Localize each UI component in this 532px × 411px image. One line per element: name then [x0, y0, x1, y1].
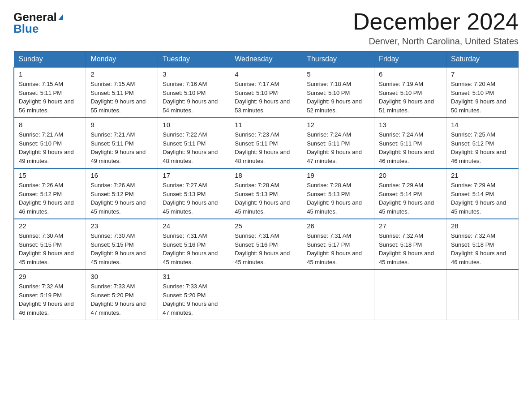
calendar-cell: 4Sunrise: 7:17 AMSunset: 5:10 PMDaylight…	[230, 67, 302, 118]
week-row-4: 22Sunrise: 7:30 AMSunset: 5:15 PMDayligh…	[14, 219, 519, 270]
calendar-cell: 8Sunrise: 7:21 AMSunset: 5:10 PMDaylight…	[14, 118, 86, 168]
calendar-cell: 21Sunrise: 7:29 AMSunset: 5:14 PMDayligh…	[446, 168, 519, 219]
day-number: 24	[163, 222, 225, 230]
weekday-header-saturday: Saturday	[446, 51, 519, 68]
day-number: 7	[451, 70, 514, 78]
weekday-header-tuesday: Tuesday	[158, 51, 230, 68]
calendar-cell: 2Sunrise: 7:15 AMSunset: 5:11 PMDaylight…	[86, 67, 158, 118]
calendar-cell: 15Sunrise: 7:26 AMSunset: 5:12 PMDayligh…	[14, 168, 86, 219]
title-area: December 2024 Denver, North Carolina, Un…	[353, 9, 519, 47]
day-info: Sunrise: 7:23 AMSunset: 5:11 PMDaylight:…	[235, 130, 297, 165]
calendar-cell	[230, 270, 302, 320]
location-subtitle: Denver, North Carolina, United States	[353, 36, 519, 47]
day-number: 1	[19, 70, 81, 78]
day-number: 5	[307, 70, 369, 78]
day-number: 16	[90, 171, 153, 179]
day-number: 20	[379, 171, 442, 179]
logo-blue-text: Blue	[13, 23, 39, 34]
day-number: 30	[90, 273, 153, 280]
day-number: 4	[235, 70, 297, 78]
calendar-cell: 12Sunrise: 7:24 AMSunset: 5:11 PMDayligh…	[302, 118, 374, 168]
month-title: December 2024	[353, 9, 519, 34]
day-number: 23	[90, 222, 153, 230]
day-number: 15	[19, 171, 81, 179]
calendar-cell: 3Sunrise: 7:16 AMSunset: 5:10 PMDaylight…	[158, 67, 230, 118]
day-info: Sunrise: 7:17 AMSunset: 5:10 PMDaylight:…	[235, 80, 297, 115]
calendar-cell: 30Sunrise: 7:33 AMSunset: 5:20 PMDayligh…	[86, 270, 158, 320]
calendar-cell	[446, 270, 519, 320]
weekday-header-sunday: Sunday	[14, 51, 86, 68]
day-info: Sunrise: 7:32 AMSunset: 5:18 PMDaylight:…	[451, 231, 514, 266]
day-number: 11	[235, 121, 297, 128]
day-number: 8	[19, 121, 81, 128]
day-info: Sunrise: 7:19 AMSunset: 5:10 PMDaylight:…	[379, 80, 442, 115]
day-info: Sunrise: 7:21 AMSunset: 5:11 PMDaylight:…	[90, 130, 153, 165]
day-number: 13	[379, 121, 442, 128]
day-number: 17	[163, 171, 225, 179]
calendar-cell: 1Sunrise: 7:15 AMSunset: 5:11 PMDaylight…	[14, 67, 86, 118]
calendar-cell	[374, 270, 446, 320]
day-info: Sunrise: 7:30 AMSunset: 5:15 PMDaylight:…	[19, 231, 81, 266]
day-info: Sunrise: 7:31 AMSunset: 5:16 PMDaylight:…	[163, 231, 225, 266]
day-number: 25	[235, 222, 297, 230]
calendar-cell: 22Sunrise: 7:30 AMSunset: 5:15 PMDayligh…	[14, 219, 86, 270]
logo: General Blue	[13, 9, 63, 34]
day-info: Sunrise: 7:21 AMSunset: 5:10 PMDaylight:…	[19, 130, 81, 165]
day-info: Sunrise: 7:31 AMSunset: 5:16 PMDaylight:…	[235, 231, 297, 266]
day-info: Sunrise: 7:28 AMSunset: 5:13 PMDaylight:…	[307, 181, 369, 216]
calendar-cell: 11Sunrise: 7:23 AMSunset: 5:11 PMDayligh…	[230, 118, 302, 168]
day-number: 31	[163, 273, 225, 280]
logo-general-text: General	[13, 11, 63, 23]
calendar-cell: 6Sunrise: 7:19 AMSunset: 5:10 PMDaylight…	[374, 67, 446, 118]
day-info: Sunrise: 7:26 AMSunset: 5:12 PMDaylight:…	[19, 181, 81, 216]
week-row-3: 15Sunrise: 7:26 AMSunset: 5:12 PMDayligh…	[14, 168, 519, 219]
calendar-cell: 26Sunrise: 7:31 AMSunset: 5:17 PMDayligh…	[302, 219, 374, 270]
weekday-header-wednesday: Wednesday	[230, 51, 302, 68]
week-row-5: 29Sunrise: 7:32 AMSunset: 5:19 PMDayligh…	[14, 270, 519, 320]
day-number: 9	[90, 121, 153, 128]
calendar-table: SundayMondayTuesdayWednesdayThursdayFrid…	[13, 51, 519, 320]
day-number: 6	[379, 70, 442, 78]
weekday-header-thursday: Thursday	[302, 51, 374, 68]
day-info: Sunrise: 7:32 AMSunset: 5:19 PMDaylight:…	[19, 282, 81, 317]
day-info: Sunrise: 7:27 AMSunset: 5:13 PMDaylight:…	[163, 181, 225, 216]
day-info: Sunrise: 7:32 AMSunset: 5:18 PMDaylight:…	[379, 231, 442, 266]
calendar-cell: 14Sunrise: 7:25 AMSunset: 5:12 PMDayligh…	[446, 118, 519, 168]
calendar-cell: 13Sunrise: 7:24 AMSunset: 5:11 PMDayligh…	[374, 118, 446, 168]
calendar-cell: 7Sunrise: 7:20 AMSunset: 5:10 PMDaylight…	[446, 67, 519, 118]
calendar-cell: 20Sunrise: 7:29 AMSunset: 5:14 PMDayligh…	[374, 168, 446, 219]
calendar-cell: 23Sunrise: 7:30 AMSunset: 5:15 PMDayligh…	[86, 219, 158, 270]
calendar-cell: 31Sunrise: 7:33 AMSunset: 5:20 PMDayligh…	[158, 270, 230, 320]
day-info: Sunrise: 7:22 AMSunset: 5:11 PMDaylight:…	[163, 130, 225, 165]
day-info: Sunrise: 7:28 AMSunset: 5:13 PMDaylight:…	[235, 181, 297, 216]
day-number: 26	[307, 222, 369, 230]
day-number: 21	[451, 171, 514, 179]
day-info: Sunrise: 7:16 AMSunset: 5:10 PMDaylight:…	[163, 80, 225, 115]
day-number: 22	[19, 222, 81, 230]
day-info: Sunrise: 7:33 AMSunset: 5:20 PMDaylight:…	[163, 282, 225, 317]
day-info: Sunrise: 7:24 AMSunset: 5:11 PMDaylight:…	[307, 130, 369, 165]
day-info: Sunrise: 7:25 AMSunset: 5:12 PMDaylight:…	[451, 130, 514, 165]
day-number: 14	[451, 121, 514, 128]
day-info: Sunrise: 7:24 AMSunset: 5:11 PMDaylight:…	[379, 130, 442, 165]
calendar-cell: 28Sunrise: 7:32 AMSunset: 5:18 PMDayligh…	[446, 219, 519, 270]
day-info: Sunrise: 7:15 AMSunset: 5:11 PMDaylight:…	[90, 80, 153, 115]
weekday-header-monday: Monday	[86, 51, 158, 68]
calendar-cell: 25Sunrise: 7:31 AMSunset: 5:16 PMDayligh…	[230, 219, 302, 270]
calendar-cell: 29Sunrise: 7:32 AMSunset: 5:19 PMDayligh…	[14, 270, 86, 320]
day-number: 12	[307, 121, 369, 128]
day-info: Sunrise: 7:33 AMSunset: 5:20 PMDaylight:…	[90, 282, 153, 317]
weekday-header-friday: Friday	[374, 51, 446, 68]
page-header: General Blue December 2024 Denver, North…	[13, 9, 519, 47]
day-info: Sunrise: 7:18 AMSunset: 5:10 PMDaylight:…	[307, 80, 369, 115]
day-info: Sunrise: 7:26 AMSunset: 5:12 PMDaylight:…	[90, 181, 153, 216]
day-number: 10	[163, 121, 225, 128]
day-number: 29	[19, 273, 81, 280]
day-number: 18	[235, 171, 297, 179]
day-number: 28	[451, 222, 514, 230]
day-number: 2	[90, 70, 153, 78]
calendar-cell: 16Sunrise: 7:26 AMSunset: 5:12 PMDayligh…	[86, 168, 158, 219]
calendar-cell: 19Sunrise: 7:28 AMSunset: 5:13 PMDayligh…	[302, 168, 374, 219]
day-number: 3	[163, 70, 225, 78]
week-row-1: 1Sunrise: 7:15 AMSunset: 5:11 PMDaylight…	[14, 67, 519, 118]
